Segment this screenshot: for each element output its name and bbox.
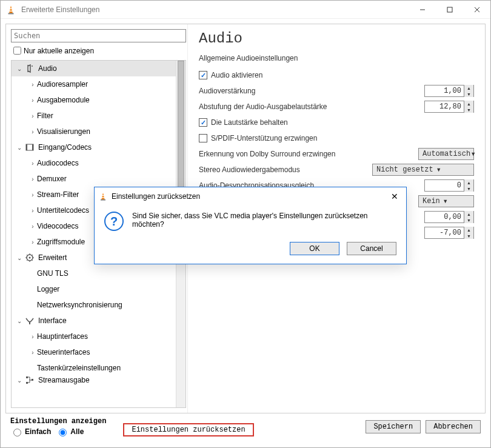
svg-rect-19 [102,195,104,196]
svg-rect-14 [29,322,30,324]
show-current-only-label: Nur aktuelle anzeigen [24,47,94,55]
save-button[interactable]: Speichern [366,420,421,433]
chevron-right-icon: › [28,192,37,198]
activate-audio-row[interactable]: Audio aktivieren [199,71,474,79]
tree-item-label: Interface [38,316,67,325]
tree-item-label: Audiocodecs [37,159,79,167]
tree-item-label: Tastenkürzeleinstellungen [37,364,121,372]
cancel-button[interactable]: Abbrechen [426,420,481,433]
dialog-cancel-button[interactable]: Cancel [347,242,396,255]
stereo-combo[interactable]: Nicht gesetzt▼ [372,164,474,176]
tree-item-gnu-tls[interactable]: GNU TLS [12,266,185,281]
chevron-right-icon: › [28,113,37,119]
tree-item-audioresampler[interactable]: ›Audioresampler [12,76,185,92]
radio-simple[interactable]: Einfach [10,427,51,436]
dialog-close-button[interactable]: ✕ [386,192,404,201]
chevron-down-icon: ▼ [440,198,451,204]
tree-item-label: Steuerinterfaces [37,348,90,356]
tree-item-audiocodecs[interactable]: ›Audiocodecs [12,155,185,171]
bottom-bar: Einstellungen anzeigen Einfach Alle Eins… [5,413,486,443]
svg-rect-16 [26,382,28,384]
extra-spinner-1[interactable]: 0,00▲▼ [424,211,474,223]
keep-volume-row[interactable]: Die Lautstärke behalten [199,118,474,127]
codecs-icon [24,141,36,153]
keep-volume-checkbox[interactable] [199,118,207,127]
tree-item-label: Videocodecs [37,222,79,230]
tree-item-netzwerksynchronisierung[interactable]: Netzwerksynchronisierung [12,297,185,313]
svg-point-13 [29,257,31,259]
extra-spinner-2[interactable]: -7,00▲▼ [424,227,474,239]
tree-item-steuerinterfaces[interactable]: ›Steuerinterfaces [12,344,185,360]
tree-item-label: GNU TLS [37,269,68,278]
tree-item-label: Untertitelcodecs [37,206,89,215]
show-settings-label: Einstellungen anzeigen [10,417,106,426]
chevron-down-icon: ⌄ [15,65,24,72]
tree-item-label: Hauptinterfaces [37,332,88,341]
tree-item-label: Eingang/Codecs [38,143,92,152]
svg-marker-0 [9,5,13,13]
tree-item-label: Erweitert [38,253,67,262]
section-label: Allgemeine Audioeinstellungen [199,54,474,62]
dialog-message: Sind Sie sicher, dass Sie VLC media play… [132,212,396,229]
advanced-icon [24,252,36,264]
show-current-only-checkbox[interactable] [13,47,21,55]
tree-item-logger[interactable]: Logger [12,281,185,297]
spdif-row[interactable]: S/PDIF-Unterstützung erzwingen [199,134,474,142]
stereo-label: Stereo Audiowiedergabemodus [199,165,372,174]
chevron-right-icon: › [28,239,37,246]
tree-item-visualisierungen[interactable]: ›Visualisierungen [12,124,185,139]
chevron-right-icon: › [28,333,37,340]
advanced-settings-window: Erweiterte Einstellungen Nur aktuelle an… [0,0,491,448]
svg-rect-20 [102,197,105,198]
radio-all[interactable]: Alle [56,427,84,436]
tree-item-label: Zugriffsmodule [37,238,85,246]
tree-item-label: Visualisierungen [37,127,90,136]
desync-spinner[interactable]: 0▲▼ [424,179,474,192]
gain-spinner[interactable]: 1,00▲▼ [424,85,474,97]
chevron-right-icon: › [28,176,37,182]
tree-item-filter[interactable]: ›Filter [12,108,185,124]
tree-item-label: Stream-Filter [37,190,79,199]
svg-rect-3 [8,13,14,14]
chevron-down-icon: ⌄ [15,144,24,151]
minimize-button[interactable] [409,1,436,19]
show-current-only-row: Nur aktuelle anzeigen [11,45,186,56]
svg-rect-1 [10,8,12,9]
tree-item-streamausgabe[interactable]: ⌄Streamausgabe [12,376,185,384]
chevron-right-icon: › [28,97,37,104]
chevron-down-icon: ▼ [433,167,444,173]
tree-item-eingang-codecs[interactable]: ⌄Eingang/Codecs [12,139,185,155]
tree-item-ausgabemodule[interactable]: ›Ausgabemodule [12,92,185,108]
tree-item-interface[interactable]: ⌄Interface [12,313,185,329]
chevron-down-icon: ⌄ [15,318,24,324]
scrollbar-thumb[interactable] [178,61,184,194]
activate-audio-checkbox[interactable] [199,71,207,79]
chevron-right-icon: › [28,349,37,356]
svg-rect-15 [26,376,28,378]
svg-rect-11 [32,144,33,150]
question-icon: ? [104,212,124,231]
vlc-cone-icon [98,192,108,201]
maximize-button[interactable] [436,1,463,19]
dolby-combo[interactable]: Automatisch▼ [418,148,474,160]
tree-item-label: Streamausgabe [38,376,90,384]
reset-confirm-dialog: Einstellungen zurücksetzen ✕ ? Sind Sie … [94,187,407,264]
step-spinner[interactable]: 12,80▲▼ [424,101,474,113]
tree-item-label: Audioresampler [37,80,88,89]
dolby-label: Erkennung von Dolby Surround erzwingen [199,150,418,158]
spdif-checkbox[interactable] [199,134,207,142]
gain-label: Audioverstärkung [199,87,424,95]
tree-item-label: Ausgabemodule [37,96,90,104]
stream-icon [24,376,36,384]
close-button[interactable] [463,1,490,19]
reset-settings-button[interactable]: Einstellungen zurücksetzen [123,423,253,436]
tree-item-audio[interactable]: ⌄Audio [12,61,185,76]
tree-item-hauptinterfaces[interactable]: ›Hauptinterfaces [12,329,185,344]
tree-item-tastenk-rzeleinstellungen[interactable]: Tastenkürzeleinstellungen [12,360,185,376]
tree-item-demuxer[interactable]: ›Demuxer [12,171,185,187]
dialog-ok-button[interactable]: OK [290,242,339,255]
svg-rect-5 [447,7,452,12]
search-input[interactable] [11,29,186,42]
extra-combo[interactable]: Kein▼ [418,195,474,207]
chevron-down-icon: ⌄ [15,255,24,261]
